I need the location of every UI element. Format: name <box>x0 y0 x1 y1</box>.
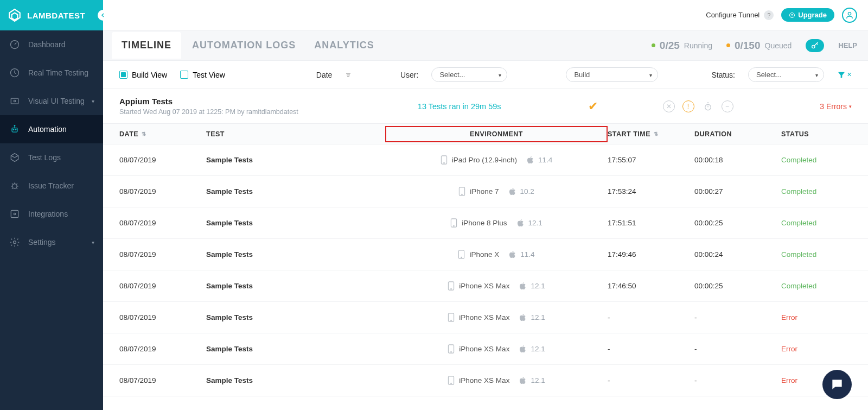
sidebar-label: Settings <box>28 238 56 247</box>
chevron-down-icon: ▾ <box>92 239 94 245</box>
cell-start: - <box>608 313 694 321</box>
chat-button[interactable] <box>822 370 852 399</box>
upgrade-button[interactable]: Upgrade <box>781 8 834 22</box>
build-header[interactable]: Appium Tests Started Wed Aug 07 2019 at … <box>103 89 868 124</box>
close-circle-icon[interactable]: ✕ <box>663 100 675 112</box>
build-select[interactable]: Build <box>566 67 658 82</box>
cell-status: Completed <box>781 250 852 258</box>
svg-point-14 <box>812 45 815 48</box>
dashboard-icon <box>9 39 21 51</box>
cell-env: iPhone XS Max 12.1 <box>385 313 608 322</box>
checkbox-checked-icon <box>119 71 127 79</box>
help-link[interactable]: HELP <box>838 41 857 49</box>
table-row[interactable]: 08/07/2019 Sample Tests iPhone XS Max 12… <box>103 365 868 396</box>
help-badge-icon: ? <box>764 10 774 20</box>
access-key-button[interactable] <box>806 39 824 52</box>
build-title: Appium Tests <box>119 97 298 106</box>
person-icon <box>845 11 854 20</box>
cell-env: iPhone XS Max 12.1 <box>385 281 608 291</box>
cell-date: 08/07/2019 <box>119 282 206 290</box>
date-filter-label[interactable]: Date <box>316 71 333 79</box>
sort-icon <box>345 72 352 78</box>
svg-point-17 <box>444 162 444 163</box>
cell-date: 08/07/2019 <box>119 376 206 384</box>
cell-status: Completed <box>781 219 852 227</box>
sidebar-item-integrations[interactable]: Integrations <box>0 200 103 228</box>
chevron-down-icon: ▾ <box>92 98 94 104</box>
orange-dot-icon <box>726 43 730 47</box>
sidebar-item-automation[interactable]: Automation <box>0 115 103 143</box>
svg-point-7 <box>14 125 15 127</box>
sidebar-item-test-logs[interactable]: Test Logs <box>0 143 103 172</box>
device-icon <box>448 281 455 291</box>
cell-start: 17:46:50 <box>608 282 694 290</box>
chat-icon <box>830 377 844 392</box>
table-row[interactable]: 08/07/2019 Sample Tests iPhone X 11.4 17… <box>103 239 868 270</box>
minus-circle-icon[interactable]: − <box>722 100 733 112</box>
gear-icon <box>9 236 21 248</box>
sidebar-item-settings[interactable]: Settings ▾ <box>0 228 103 256</box>
cell-date: 08/07/2019 <box>119 345 206 353</box>
cell-test: Sample Tests <box>206 187 385 195</box>
sidebar-item-realtime[interactable]: Real Time Testing <box>0 59 103 87</box>
sidebar-label: Test Logs <box>28 153 61 162</box>
cell-test: Sample Tests <box>206 219 385 227</box>
col-status-header: STATUS <box>781 130 852 138</box>
upgrade-icon <box>789 12 795 18</box>
col-start-header[interactable]: START TIME⇅ <box>608 130 694 138</box>
svg-point-3 <box>14 100 15 102</box>
cell-env: iPad Pro (12.9-inch) 11.4 <box>385 155 608 165</box>
test-view-checkbox[interactable]: Test View <box>180 71 225 79</box>
errors-count[interactable]: 3 Errors ▾ <box>820 102 852 111</box>
timer-icon[interactable] <box>702 100 714 112</box>
topbar: Configure Tunnel ? Upgrade <box>103 0 868 30</box>
svg-point-8 <box>12 184 17 188</box>
sidebar-item-visual-ui[interactable]: Visual UI Testing ▾ <box>0 87 103 115</box>
cell-env: iPhone XS Max 12.1 <box>385 344 608 354</box>
cell-status: Completed <box>781 156 852 164</box>
col-date-header[interactable]: DATE⇅ <box>119 130 206 138</box>
cell-date: 08/07/2019 <box>119 156 206 164</box>
queued-label: Queued <box>765 41 792 50</box>
cell-duration: 00:00:24 <box>694 250 781 258</box>
build-view-label: Build View <box>132 71 167 79</box>
sidebar-item-dashboard[interactable]: Dashboard <box>0 30 103 59</box>
tab-automation-logs[interactable]: AUTOMATION LOGS <box>192 32 296 59</box>
table-row[interactable]: 08/07/2019 Sample Tests iPad Pro (12.9-i… <box>103 144 868 176</box>
sidebar-label: Dashboard <box>28 40 66 49</box>
table-row[interactable]: 08/07/2019 Sample Tests iPhone XS Max 12… <box>103 333 868 365</box>
table-row[interactable]: 08/07/2019 Sample Tests iPhone 7 10.2 17… <box>103 176 868 207</box>
svg-point-31 <box>451 383 451 383</box>
tab-analytics[interactable]: ANALYTICS <box>314 32 374 59</box>
bug-icon <box>9 180 21 192</box>
cell-start: 17:55:07 <box>608 156 694 164</box>
cell-duration: 00:00:27 <box>694 187 781 195</box>
user-select[interactable]: Select... <box>431 67 507 82</box>
clear-filter-button[interactable]: ✕ <box>837 71 852 79</box>
svg-point-23 <box>461 257 462 257</box>
errors-text: 3 Errors <box>820 102 847 111</box>
device-icon <box>448 344 455 354</box>
apple-icon <box>519 376 526 384</box>
cell-duration: 00:00:25 <box>694 282 781 290</box>
sidebar-item-issue-tracker[interactable]: Issue Tracker <box>0 172 103 200</box>
tab-timeline[interactable]: TIMELINE <box>112 32 181 59</box>
table-row[interactable]: 08/07/2019 Sample Tests iPhone XS Max 12… <box>103 302 868 333</box>
cell-start: - <box>608 345 694 353</box>
col-env-header: ENVIRONMENT <box>385 126 608 142</box>
table-row[interactable]: 08/07/2019 Sample Tests iPhone XS Max 12… <box>103 270 868 302</box>
table-row[interactable]: 08/07/2019 Sample Tests iPhone 8 Plus 12… <box>103 207 868 239</box>
build-view-checkbox[interactable]: Build View <box>119 71 167 79</box>
device-icon <box>448 313 455 322</box>
apple-icon <box>509 187 516 195</box>
apple-icon <box>519 313 526 321</box>
warning-circle-icon[interactable]: ! <box>682 100 694 112</box>
status-select[interactable]: Select... <box>748 67 824 82</box>
configure-tunnel-link[interactable]: Configure Tunnel ? <box>706 10 774 20</box>
svg-point-10 <box>14 213 15 215</box>
user-avatar[interactable] <box>842 8 857 23</box>
svg-point-11 <box>14 241 16 244</box>
collapse-sidebar-button[interactable] <box>98 10 108 21</box>
svg-point-29 <box>451 351 451 352</box>
cell-duration: 00:00:25 <box>694 219 781 227</box>
